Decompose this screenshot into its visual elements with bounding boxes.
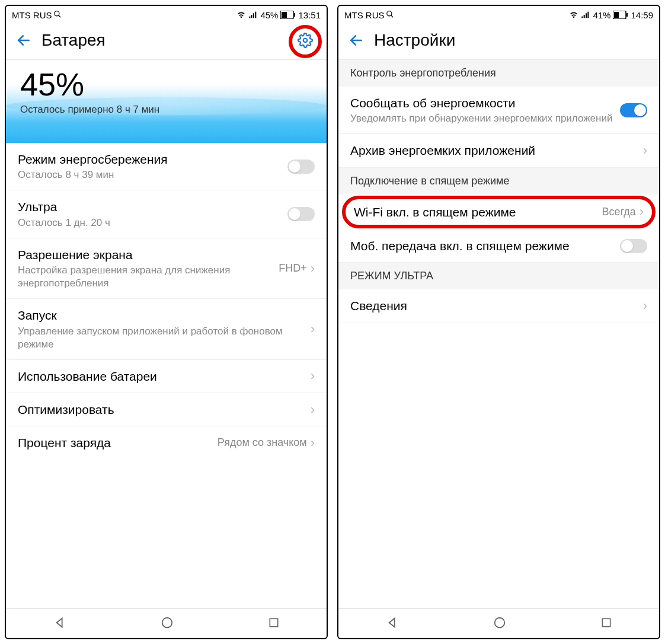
chevron-icon: › [311,321,315,337]
page-title: Батарея [41,31,105,50]
row-sub: Осталось 1 дн. 20 ч [18,216,287,229]
carrier-label: MTS RUS [12,10,52,20]
svg-rect-4 [253,13,254,18]
row-title: Оптимизировать [18,401,311,417]
nav-recent-icon[interactable] [600,617,612,631]
battery-icon [613,11,628,19]
svg-marker-24 [389,618,394,627]
battery-remaining: Осталось примерно 8 ч 7 мин [20,104,312,116]
row-sub: Уведомлять при обнаружении энергоемких п… [350,112,620,125]
row-usage[interactable]: Использование батареи › [6,360,327,393]
signal-icon [581,10,590,20]
svg-point-0 [54,11,59,15]
svg-rect-17 [584,15,585,18]
chevron-icon: › [311,435,315,451]
row-notify-power[interactable]: Сообщать об энергоемкости Уведомлять при… [338,87,659,134]
svg-rect-19 [588,12,589,18]
svg-rect-2 [250,17,251,18]
svg-rect-5 [255,12,257,18]
row-archive[interactable]: Архив энергоемких приложений › [338,134,659,167]
svg-line-15 [391,15,393,17]
chevron-icon: › [311,261,315,276]
row-power-save[interactable]: Режим энергосбережения Осталось 8 ч 39 м… [6,143,327,190]
svg-marker-11 [56,618,62,627]
settings-list: Контроль энергопотребления Сообщать об э… [338,60,659,608]
chevron-icon: › [311,368,315,384]
row-percent-display[interactable]: Процент заряда Рядом со значком › [6,426,327,459]
row-mobile-sleep[interactable]: Моб. передача вкл. в спящем режиме [338,229,659,263]
chevron-icon: › [643,298,647,314]
nav-home-icon[interactable] [161,616,174,632]
resolution-value: FHD+ [279,262,307,275]
svg-rect-21 [614,12,619,18]
highlight-circle [289,25,322,58]
header-bar: Настройки [338,24,659,60]
settings-list: Режим энергосбережения Осталось 8 ч 39 м… [6,143,327,608]
phone-settings-screen: MTS RUS 41% 14:59 Настройки Контроль эне… [337,5,660,639]
carrier-label: MTS RUS [344,10,385,20]
row-title: Сообщать об энергоемкости [350,95,620,111]
row-sub: Управление запуском приложений и работой… [18,325,311,351]
nav-home-icon[interactable] [493,616,506,632]
svg-rect-16 [582,17,583,18]
search-icon [53,10,62,20]
battery-percent-text: 41% [593,10,610,20]
clock: 14:59 [631,10,653,20]
back-icon[interactable] [348,32,365,49]
toggle-notify-power[interactable] [620,103,647,117]
toggle-power-save[interactable] [287,160,315,174]
battery-hero: 45% Осталось примерно 8 ч 7 мин [6,60,327,143]
row-ultra[interactable]: Ультра Осталось 1 дн. 20 ч [6,190,327,238]
svg-point-10 [303,39,308,43]
nav-back-icon[interactable] [53,616,66,632]
back-icon[interactable] [15,32,32,49]
toggle-ultra[interactable] [287,207,315,221]
row-info[interactable]: Сведения › [338,289,659,323]
section-sleep-connection: Подключение в спящем режиме [338,168,659,195]
section-power-control: Контроль энергопотребления [338,60,659,87]
row-sub: Настройка разрешения экрана для снижения… [18,264,279,290]
svg-point-14 [386,11,391,15]
row-title: Сведения [350,298,643,314]
svg-rect-22 [626,13,628,17]
search-icon [386,10,394,20]
svg-point-25 [494,617,504,627]
nav-bar [338,608,659,638]
svg-rect-8 [294,13,295,17]
battery-level: 45% [20,66,312,103]
row-title: Разрешение экрана [18,247,279,263]
wifi-icon [569,10,578,20]
row-wifi-sleep[interactable]: Wi-Fi вкл. в спящем режиме Всегда › [342,196,656,228]
wifi-sleep-value: Всегда [602,206,635,218]
row-launch[interactable]: Запуск Управление запуском приложений и … [6,299,327,359]
chevron-icon: › [311,402,315,417]
row-title: Процент заряда [18,435,218,451]
svg-rect-26 [602,619,610,626]
row-optimize[interactable]: Оптимизировать › [6,393,327,426]
clock: 13:51 [298,10,321,20]
chevron-icon: › [640,204,644,219]
row-title: Режим энергосбережения [18,151,287,167]
nav-recent-icon[interactable] [268,617,280,631]
gear-icon[interactable] [298,33,313,50]
nav-back-icon[interactable] [386,616,399,632]
svg-rect-3 [251,15,252,18]
svg-point-12 [162,617,172,627]
svg-rect-7 [282,12,287,18]
toggle-mobile-sleep[interactable] [620,239,647,253]
header-bar: Батарея [6,24,327,60]
row-title: Использование батареи [18,368,311,384]
battery-percent-text: 45% [260,10,278,20]
status-bar: MTS RUS 45% 13:51 [6,6,327,24]
chevron-icon: › [643,143,647,158]
row-title: Моб. передача вкл. в спящем режиме [350,238,620,254]
section-ultra-mode: РЕЖИМ УЛЬТРА [338,263,659,289]
row-resolution[interactable]: Разрешение экрана Настройка разрешения э… [6,238,327,299]
percent-display-value: Рядом со значком [218,436,307,449]
row-title: Wi-Fi вкл. в спящем режиме [354,204,602,220]
row-title: Архив энергоемких приложений [350,142,643,158]
nav-bar [6,608,327,638]
signal-icon [248,10,258,20]
row-title: Ультра [18,199,287,215]
battery-icon [280,11,296,19]
